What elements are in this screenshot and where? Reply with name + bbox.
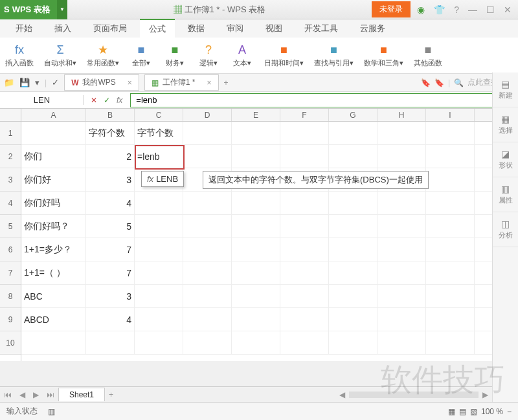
zoom-out-icon[interactable]: − [507,407,512,416]
cell-F1[interactable] [280,122,329,144]
cell-C9[interactable] [135,308,183,331]
add-tab-icon[interactable]: + [224,78,229,87]
fx-icon[interactable]: fx [117,96,122,105]
cell-D7[interactable] [183,261,232,284]
cell-H6[interactable] [377,238,426,261]
cell-D8[interactable] [183,285,232,307]
login-button[interactable]: 未登录 [372,1,411,17]
sidebar-分析[interactable]: ◫分析 [493,212,518,247]
cell-C1[interactable]: 字节个数 [135,122,183,144]
sidebar-选择[interactable]: ▦选择 [493,107,518,142]
grid-body[interactable]: 字符个数字节个数你们2=lenb你们好3你们好吗4你们好吗？51+1=多少？71… [21,122,518,361]
cell-F7[interactable] [280,261,329,284]
ribbon-财务[interactable]: ■财务▾ [158,38,192,74]
confirm-icon[interactable]: ✓ [104,96,110,105]
select-all-corner[interactable] [0,109,21,122]
row-header-10[interactable]: 10 [0,331,21,355]
cell-G4[interactable] [329,192,377,214]
cell-I9[interactable] [426,308,475,331]
cell-I7[interactable] [426,261,475,284]
menu-tab-开发工具[interactable]: 开发工具 [295,19,347,38]
cell-A5[interactable]: 你们好吗？ [21,215,86,238]
cell-F10[interactable] [280,331,329,354]
cell-C10[interactable] [135,331,183,354]
row-header-6[interactable]: 6 [0,238,21,261]
cell-C6[interactable] [135,238,183,261]
cell-G1[interactable] [329,122,377,144]
cell-D5[interactable] [183,215,232,238]
cell-G2[interactable] [329,145,377,168]
sidebar-新建[interactable]: ▤新建 [493,72,518,107]
cell-D9[interactable] [183,308,232,331]
app-menu-arrow[interactable]: ▼ [57,0,67,19]
ribbon-插入函数[interactable]: fx插入函数 [0,38,39,74]
sync-icon[interactable]: ◉ [417,5,425,15]
close-tab-icon[interactable]: × [128,78,132,87]
view-break-icon[interactable]: ▧ [470,407,477,416]
ribbon-常用函数[interactable]: ★常用函数▾ [82,38,124,74]
cell-C5[interactable] [135,215,183,238]
col-header-D[interactable]: D [183,109,232,121]
cell-H4[interactable] [377,192,426,214]
ribbon-逻辑[interactable]: ?逻辑▾ [192,38,225,74]
view-normal-icon[interactable]: ▦ [448,407,455,416]
cell-G7[interactable] [329,261,377,284]
cell-A9[interactable]: ABCD [21,308,86,331]
cell-H9[interactable] [377,308,426,331]
cell-B5[interactable]: 5 [86,215,135,238]
skin-icon[interactable]: 👕 [434,5,445,15]
minimize-icon[interactable]: — [468,5,477,15]
cell-B9[interactable]: 4 [86,308,135,331]
formula-input[interactable] [130,93,517,107]
close-icon[interactable]: ✕ [504,5,512,15]
cell-F5[interactable] [280,215,329,238]
cell-I1[interactable] [426,122,475,144]
menu-tab-视图[interactable]: 视图 [256,19,291,38]
cell-I2[interactable] [426,145,475,168]
col-header-F[interactable]: F [280,109,329,121]
sheet-tab[interactable]: Sheet1 [58,388,105,401]
cell-G6[interactable] [329,238,377,261]
cell-G5[interactable] [329,215,377,238]
sheet-nav-next[interactable]: ▶ [29,390,43,399]
col-header-E[interactable]: E [232,109,280,121]
cell-A1[interactable] [21,122,86,144]
home-icon[interactable]: ✓ [52,78,59,87]
cell-I3[interactable] [426,168,475,191]
cell-A3[interactable]: 你们好 [21,168,86,191]
row-header-9[interactable]: 9 [0,308,21,331]
add-sheet-icon[interactable]: + [105,390,117,399]
cell-E10[interactable] [232,331,280,354]
cell-C2[interactable]: =lenb [135,145,183,168]
cell-B2[interactable]: 2 [86,145,135,168]
layout-icon[interactable]: ▥ [48,407,55,416]
workbook-tab[interactable]: ▦ 工作簿1 * × [144,74,219,91]
ribbon-自动求和[interactable]: Σ自动求和▾ [39,38,82,74]
cell-F6[interactable] [280,238,329,261]
cell-B4[interactable]: 4 [86,192,135,214]
cell-A10[interactable] [21,331,86,354]
cell-C8[interactable] [135,285,183,307]
col-header-B[interactable]: B [86,109,135,121]
cell-E2[interactable] [232,145,280,168]
cell-I4[interactable] [426,192,475,214]
cell-G8[interactable] [329,285,377,307]
save-icon[interactable]: 💾 [19,78,30,87]
menu-tab-公式[interactable]: 公式 [140,19,175,38]
row-header-1[interactable]: 1 [0,122,21,145]
formula-autocomplete[interactable]: fx LENB [141,171,184,187]
row-header-5[interactable]: 5 [0,215,21,238]
menu-tab-开始[interactable]: 开始 [6,19,41,38]
cell-F8[interactable] [280,285,329,307]
cell-B8[interactable]: 3 [86,285,135,307]
menu-tab-页面布局[interactable]: 页面布局 [84,19,136,38]
zoom-level[interactable]: 100 % [481,407,503,416]
cell-B1[interactable]: 字符个数 [86,122,135,144]
cell-F2[interactable] [280,145,329,168]
cell-D4[interactable] [183,192,232,214]
cell-D1[interactable] [183,122,232,144]
col-header-G[interactable]: G [329,109,377,121]
cell-H8[interactable] [377,285,426,307]
ribbon-全部[interactable]: ■全部▾ [124,38,158,74]
row-header-8[interactable]: 8 [0,285,21,308]
